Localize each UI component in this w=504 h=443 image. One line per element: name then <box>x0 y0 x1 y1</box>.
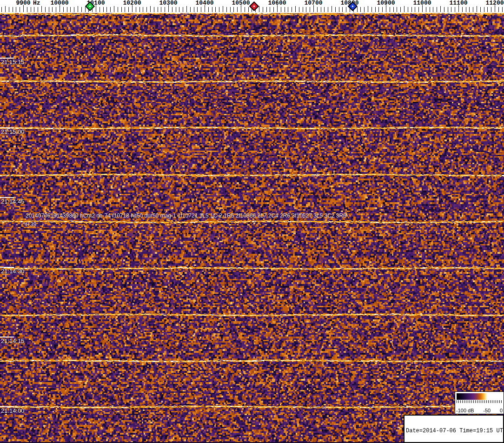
ruler-tick <box>85 7 86 12</box>
ruler-tick <box>335 7 336 12</box>
info-line-date: Date=2014-07-06 Time=19:15 UTC <box>406 428 502 434</box>
ruler-tick <box>498 7 499 12</box>
time-label: 21:14:30 <box>1 268 25 274</box>
ruler-tick <box>74 7 74 12</box>
ruler-tick <box>448 7 448 12</box>
ruler-tick <box>128 7 129 12</box>
ruler-tick <box>462 7 463 12</box>
ruler-tick <box>324 7 325 12</box>
ruler-tick <box>81 7 82 12</box>
ruler-tick <box>45 7 46 12</box>
ruler-tick <box>56 7 56 12</box>
ruler-label: 11200 <box>485 0 504 6</box>
ruler-tick <box>310 7 310 12</box>
ruler-tick <box>34 7 34 12</box>
ruler-tick <box>411 7 412 12</box>
ruler-tick <box>339 7 339 12</box>
ruler-tick <box>375 7 376 12</box>
ruler-tick <box>285 7 285 12</box>
spectrogram-window: 9900100001010010200103001040010500106001… <box>0 0 504 443</box>
ruler-tick <box>263 7 263 12</box>
echo-time-marker: ^t+39 <box>23 222 36 227</box>
ruler-tick <box>378 7 379 12</box>
ruler-tick <box>237 7 238 12</box>
ruler-tick <box>332 6 332 12</box>
ruler-tick <box>418 7 419 12</box>
ruler-tick <box>118 7 118 12</box>
ruler-tick <box>121 7 122 12</box>
ruler-tick <box>215 7 216 12</box>
ruler-tick <box>259 6 259 12</box>
ruler-tick <box>230 7 231 12</box>
ruler-tick <box>150 6 151 12</box>
ruler-tick <box>346 7 346 12</box>
ruler-tick <box>20 7 20 12</box>
ruler-tick <box>13 7 13 12</box>
ruler-tick <box>368 6 368 12</box>
ruler-tick <box>480 7 481 12</box>
ruler-tick <box>161 7 161 12</box>
detection-annotation: 20140706191439860 hCnt2 nb-74 f10718 hit… <box>26 213 346 218</box>
ruler-tick <box>5 6 6 12</box>
ruler-tick <box>194 7 194 12</box>
ruler-tick <box>212 7 212 12</box>
ruler-tick <box>382 7 383 12</box>
ruler-tick <box>371 7 372 12</box>
ruler-tick <box>390 7 390 12</box>
ruler-tick <box>110 7 111 12</box>
ruler-tick <box>38 7 38 12</box>
ruler-tick <box>31 7 31 12</box>
ruler-label: 10500 <box>232 0 250 6</box>
colorbar-gradient <box>457 393 502 400</box>
ruler-tick <box>430 7 430 12</box>
ruler-tick <box>219 7 219 12</box>
ruler-tick <box>466 7 466 12</box>
ruler-tick <box>67 7 67 12</box>
ruler-tick <box>1 7 2 12</box>
ruler-tick <box>136 7 136 12</box>
ruler-tick <box>16 7 16 12</box>
ruler-tick <box>143 7 143 12</box>
ruler-label: 10700 <box>304 0 322 6</box>
ruler-tick <box>99 7 100 12</box>
ruler-tick <box>41 6 42 12</box>
ruler-label: 10400 <box>195 0 213 6</box>
ruler-tick <box>103 7 104 12</box>
time-label: 21:14:45 <box>1 198 25 205</box>
ruler-tick <box>70 7 71 12</box>
ruler-tick <box>469 7 470 12</box>
ruler-tick <box>63 7 64 12</box>
colorbar-labels: -100 dB -50 0 <box>456 408 503 413</box>
ruler-tick <box>404 6 405 12</box>
ruler-tick <box>415 7 415 12</box>
marker-core-icon <box>351 5 353 7</box>
ruler-tick <box>146 7 147 12</box>
colorbar-legend: -100 dB -50 0 <box>455 391 504 414</box>
ruler-tick <box>393 7 394 12</box>
time-label: 21:14:15 <box>1 338 25 344</box>
ruler-tick <box>397 7 397 12</box>
ruler-tick <box>502 7 503 12</box>
frequency-ruler: 9900100001010010200103001040010500106001… <box>0 0 504 13</box>
colorbar-label-min: -100 dB <box>456 408 474 413</box>
ruler-tick <box>317 7 318 12</box>
ruler-tick <box>400 7 401 12</box>
ruler-tick <box>125 7 125 12</box>
ruler-tick <box>208 7 209 12</box>
ruler-tick <box>176 7 176 12</box>
ruler-label: 11000 <box>413 0 431 6</box>
ruler-tick <box>328 7 328 12</box>
waterfall-canvas[interactable] <box>0 13 504 443</box>
ruler-tick <box>233 7 234 12</box>
marker-core-icon <box>253 5 255 7</box>
ruler-tick <box>49 7 49 12</box>
ruler-label: 10000 <box>50 0 68 6</box>
observation-info-box: Date=2014-07-06 Time=19:15 UTC Freq=143 … <box>404 415 504 443</box>
ruler-tick <box>303 7 303 12</box>
ruler-tick <box>114 6 114 12</box>
ruler-tick <box>437 7 437 12</box>
ruler-tick <box>27 7 27 12</box>
ruler-tick <box>484 7 484 12</box>
ruler-tick <box>321 7 321 12</box>
marker-diamond-red[interactable] <box>249 1 259 11</box>
